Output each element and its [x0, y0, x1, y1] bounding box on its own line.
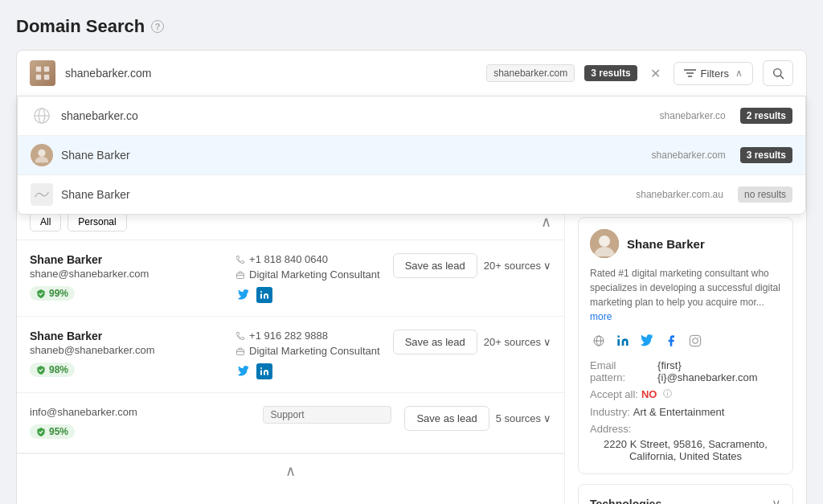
- accept-all-row: Accept all: NO: [590, 388, 781, 401]
- briefcase-icon-0: [235, 270, 245, 280]
- filter-personal-btn[interactable]: Personal: [68, 212, 126, 232]
- dropdown-domain-2: Shane Barker: [61, 188, 628, 201]
- dropdown-item-0[interactable]: shanebarker.co shanebarker.co 2 results: [18, 96, 805, 136]
- dropdown-item-1[interactable]: Shane Barker shanebarker.com 3 results: [18, 136, 805, 175]
- profile-section: Shane Barker Rated #1 digital marketing …: [578, 217, 793, 474]
- collapse-button[interactable]: ∧: [541, 213, 551, 231]
- twitter-icon-1[interactable]: [235, 363, 252, 379]
- page-title: Domain Search: [16, 16, 145, 37]
- accept-all-label: Accept all:: [590, 388, 638, 400]
- sources-label-1: 20+ sources: [484, 336, 541, 348]
- save-lead-button-2[interactable]: Save as lead: [404, 406, 489, 431]
- sources-button-2[interactable]: 5 sources ∨: [496, 412, 551, 424]
- lead-row-1: Shane Barker shaneb@shanebarker.com 98%: [17, 317, 564, 393]
- sources-button-0[interactable]: 20+ sources ∨: [484, 260, 551, 272]
- lead-tag-2: Support: [263, 406, 391, 424]
- sources-button-1[interactable]: 20+ sources ∨: [484, 336, 551, 348]
- dropdown-domain-0: shanebarker.co: [61, 109, 652, 122]
- bottom-bar: ∧: [17, 453, 564, 488]
- sources-label-0: 20+ sources: [484, 260, 541, 272]
- technologies-section: Technologies ∨: [578, 484, 793, 504]
- sources-label-2: 5 sources: [496, 412, 541, 424]
- lead-phone-0: +1 818 840 0640: [235, 253, 380, 265]
- filters-button[interactable]: Filters: [674, 62, 753, 85]
- dropdown-item-2[interactable]: Shane Barker shanebarker.com.au no resul…: [18, 175, 805, 214]
- linkedin-icon-0[interactable]: [256, 287, 272, 303]
- main-card: shanebarker.com shanebarker.com 3 result…: [16, 50, 807, 504]
- profile-twitter-icon[interactable]: [638, 332, 656, 350]
- dropdown-domain-1: Shane Barker: [61, 149, 644, 162]
- profile-social-icons: [590, 332, 781, 350]
- tech-header[interactable]: Technologies ∨: [590, 496, 781, 504]
- profile-name: Shane Barker: [627, 237, 705, 251]
- help-icon[interactable]: ?: [151, 20, 164, 33]
- results-panel: All Personal ∧ Shane Barker shane@shaneb…: [17, 204, 565, 504]
- industry-label: Industry:: [590, 406, 630, 418]
- page-title-area: Domain Search ?: [16, 16, 807, 37]
- shield-icon-1: [36, 365, 46, 375]
- profile-facebook-icon[interactable]: [662, 332, 680, 350]
- address-row: Address: 2220 K Street, 95816, Sacrament…: [590, 423, 781, 462]
- lead-name-1: Shane Barker: [30, 330, 223, 342]
- search-dropdown: shanebarker.co shanebarker.co 2 results …: [17, 96, 806, 215]
- lead-email-0: shane@shanebarker.com: [30, 268, 223, 280]
- dropdown-badge-0: 2 results: [740, 108, 792, 124]
- svg-point-20: [599, 236, 610, 247]
- accept-help-icon[interactable]: [662, 388, 673, 401]
- svg-rect-3: [44, 75, 49, 80]
- save-lead-button-0[interactable]: Save as lead: [393, 253, 477, 278]
- svg-point-12: [38, 150, 45, 157]
- filter-all-btn[interactable]: All: [30, 212, 61, 232]
- svg-rect-13: [237, 273, 244, 279]
- dropdown-tag-2: shanebarker.com.au: [636, 189, 723, 200]
- svg-rect-2: [36, 75, 41, 80]
- svg-rect-25: [690, 335, 700, 346]
- profile-instagram-icon[interactable]: [686, 332, 704, 350]
- profile-linkedin-icon[interactable]: [614, 332, 632, 350]
- lead-title-value-0: Digital Marketing Consultant: [249, 268, 380, 281]
- svg-point-24: [617, 335, 620, 338]
- accept-all-value: NO: [641, 388, 657, 400]
- lead-phone-1: +1 916 282 9888: [235, 330, 380, 342]
- filters-label: Filters: [701, 68, 729, 80]
- dropdown-tag-1: shanebarker.com: [652, 150, 726, 161]
- lead-socials-0: [235, 287, 380, 303]
- lead-name-0: Shane Barker: [30, 253, 223, 266]
- lead-socials-1: [235, 363, 380, 379]
- twitter-icon-0[interactable]: [235, 287, 252, 303]
- chevron-down-icon-2: ∨: [543, 412, 551, 424]
- dropdown-tag-0: shanebarker.co: [660, 110, 726, 121]
- lead-email-1: shaneb@shanebarker.com: [30, 344, 223, 356]
- search-bar-row: shanebarker.com shanebarker.com 3 result…: [17, 51, 806, 96]
- lead-info-1: +1 916 282 9888 Digital Marketing Consul…: [235, 330, 380, 379]
- more-link[interactable]: more: [590, 311, 612, 322]
- search-button[interactable]: [763, 60, 793, 86]
- svg-line-8: [780, 76, 784, 79]
- profile-details: Email pattern: {first}{i}@shanebarker.co…: [590, 359, 781, 462]
- linkedin-icon-1[interactable]: [256, 363, 272, 379]
- bottom-collapse-button[interactable]: ∧: [285, 462, 296, 480]
- globe-icon[interactable]: [590, 332, 608, 350]
- right-panel: Shane Barker Rated #1 digital marketing …: [565, 204, 806, 504]
- domain-avatar: [30, 60, 55, 86]
- chevron-down-icon-0: ∨: [543, 260, 551, 272]
- lead-confidence-value-0: 99%: [49, 288, 68, 299]
- chevron-up-icon: [735, 68, 743, 79]
- svg-rect-0: [36, 67, 41, 72]
- search-input-text: shanebarker.com: [65, 67, 477, 80]
- search-icon: [772, 67, 784, 80]
- svg-point-30: [667, 391, 668, 392]
- lead-actions-2: Save as lead 5 sources ∨: [404, 406, 551, 431]
- filter-icon: [684, 68, 696, 78]
- tech-title: Technologies: [590, 498, 661, 505]
- email-pattern-value: {first}{i}@shanebarker.com: [657, 359, 781, 383]
- address-label: Address:: [590, 423, 631, 435]
- svg-rect-1: [44, 67, 49, 72]
- lead-confidence-value-2: 95%: [49, 426, 68, 437]
- lead-actions-0: Save as lead 20+ sources ∨: [393, 253, 551, 278]
- save-lead-button-1[interactable]: Save as lead: [393, 330, 477, 354]
- lead-confidence-1: 98%: [30, 363, 75, 377]
- lead-title-value-1: Digital Marketing Consultant: [249, 345, 380, 357]
- dropdown-badge-1: 3 results: [740, 147, 792, 163]
- close-button[interactable]: ✕: [647, 66, 664, 81]
